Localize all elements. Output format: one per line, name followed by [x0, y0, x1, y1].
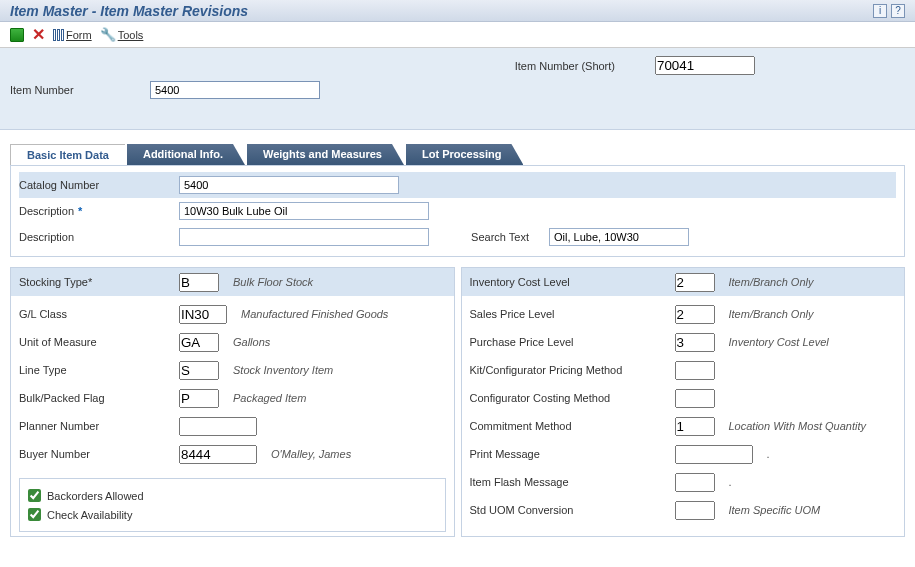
item-number-short-input[interactable]: [655, 56, 755, 75]
buyer-input[interactable]: [179, 445, 257, 464]
print-msg-input[interactable]: [675, 445, 753, 464]
line-type-row: Line Type Stock Inventory Item: [19, 356, 446, 384]
description2-input[interactable]: [179, 228, 429, 246]
tab-lot-processing[interactable]: Lot Processing: [406, 144, 523, 165]
std-uom-label: Std UOM Conversion: [470, 504, 675, 516]
tools-icon: 🔧: [100, 27, 116, 42]
flash-msg-input[interactable]: [675, 473, 715, 492]
check-availability-checkbox[interactable]: [28, 508, 41, 521]
backorders-label: Backorders Allowed: [47, 490, 144, 502]
bulk-packed-input[interactable]: [179, 389, 219, 408]
sales-price-input[interactable]: [675, 305, 715, 324]
planner-input[interactable]: [179, 417, 257, 436]
backorders-checkbox[interactable]: [28, 489, 41, 502]
backorders-checkbox-row[interactable]: Backorders Allowed: [28, 489, 437, 502]
info-icon[interactable]: i: [873, 4, 887, 18]
flash-msg-row: Item Flash Message .: [470, 468, 897, 496]
purch-price-desc: Inventory Cost Level: [729, 336, 829, 348]
line-type-label: Line Type: [19, 364, 179, 376]
catalog-number-input[interactable]: [179, 176, 399, 194]
std-uom-row: Std UOM Conversion Item Specific UOM: [470, 496, 897, 524]
cfg-cost-input[interactable]: [675, 389, 715, 408]
line-type-input[interactable]: [179, 361, 219, 380]
page-title: Item Master - Item Master Revisions: [10, 3, 248, 19]
commit-row: Commitment Method Location With Most Qua…: [470, 412, 897, 440]
cancel-button[interactable]: ✕: [32, 25, 45, 44]
form-icon: [53, 29, 64, 41]
cfg-cost-label: Configurator Costing Method: [470, 392, 675, 404]
description1-label: Description*: [19, 205, 179, 217]
title-bar: Item Master - Item Master Revisions i ?: [0, 0, 915, 22]
header-row-short: Item Number (Short): [10, 56, 905, 75]
help-icon[interactable]: ?: [891, 4, 905, 18]
inv-cost-level-desc: Item/Branch Only: [729, 276, 814, 288]
inv-cost-level-input[interactable]: [675, 273, 715, 292]
description1-row: Description*: [19, 198, 896, 224]
std-uom-input[interactable]: [675, 501, 715, 520]
tools-menu-label: Tools: [118, 29, 144, 41]
std-uom-desc: Item Specific UOM: [729, 504, 821, 516]
form-menu-label: Form: [66, 29, 92, 41]
tab-basic-item-data[interactable]: Basic Item Data: [10, 144, 125, 165]
toolbar: ✕ Form 🔧 Tools: [0, 22, 915, 48]
left-column: Stocking Type* Bulk Floor Stock G/L Clas…: [10, 267, 455, 537]
check-availability-label: Check Availability: [47, 509, 132, 521]
planner-row: Planner Number: [19, 412, 446, 440]
kit-pricing-row: Kit/Configurator Pricing Method: [470, 356, 897, 384]
print-msg-row: Print Message .: [470, 440, 897, 468]
gl-class-desc: Manufactured Finished Goods: [241, 308, 388, 320]
help-icons: i ?: [873, 4, 905, 18]
gl-class-input[interactable]: [179, 305, 227, 324]
right-column: Inventory Cost Level Item/Branch Only Sa…: [461, 267, 906, 537]
basic-panel: Catalog Number Description* Description …: [10, 165, 905, 257]
inv-cost-level-label: Inventory Cost Level: [470, 276, 675, 288]
check-availability-checkbox-row[interactable]: Check Availability: [28, 508, 437, 521]
uom-label: Unit of Measure: [19, 336, 179, 348]
commit-label: Commitment Method: [470, 420, 675, 432]
tab-additional-info[interactable]: Additional Info.: [127, 144, 245, 165]
gl-class-row: G/L Class Manufactured Finished Goods: [19, 300, 446, 328]
form-menu[interactable]: Form: [53, 29, 92, 41]
cfg-cost-row: Configurator Costing Method: [470, 384, 897, 412]
stocking-type-desc: Bulk Floor Stock: [233, 276, 313, 288]
catalog-row: Catalog Number: [19, 172, 896, 198]
buyer-desc: O'Malley, James: [271, 448, 351, 460]
details-grid: Stocking Type* Bulk Floor Stock G/L Clas…: [10, 267, 905, 537]
inv-cost-level-row: Inventory Cost Level Item/Branch Only: [462, 268, 905, 296]
commit-input[interactable]: [675, 417, 715, 436]
description1-input[interactable]: [179, 202, 429, 220]
stocking-type-input[interactable]: [179, 273, 219, 292]
bulk-packed-label: Bulk/Packed Flag: [19, 392, 179, 404]
purch-price-input[interactable]: [675, 333, 715, 352]
cancel-icon: ✕: [32, 25, 45, 44]
bulk-packed-row: Bulk/Packed Flag Packaged Item: [19, 384, 446, 412]
purch-price-row: Purchase Price Level Inventory Cost Leve…: [470, 328, 897, 356]
stocking-type-label: Stocking Type*: [19, 276, 179, 288]
kit-pricing-label: Kit/Configurator Pricing Method: [470, 364, 675, 376]
checkbox-section: Backorders Allowed Check Availability: [19, 478, 446, 532]
tools-menu[interactable]: 🔧 Tools: [100, 27, 144, 42]
item-number-input[interactable]: [150, 81, 320, 99]
item-number-label: Item Number: [10, 84, 150, 96]
purch-price-label: Purchase Price Level: [470, 336, 675, 348]
commit-desc: Location With Most Quantity: [729, 420, 866, 432]
planner-label: Planner Number: [19, 420, 179, 432]
tab-strip: Basic Item Data Additional Info. Weights…: [0, 130, 915, 165]
sales-price-label: Sales Price Level: [470, 308, 675, 320]
item-number-short-label: Item Number (Short): [515, 60, 615, 72]
header-row-item-number: Item Number: [10, 81, 905, 99]
tab-weights-measures[interactable]: Weights and Measures: [247, 144, 404, 165]
search-text-label: Search Text: [429, 231, 529, 243]
save-button[interactable]: [10, 28, 24, 42]
kit-pricing-input[interactable]: [675, 361, 715, 380]
uom-row: Unit of Measure Gallons: [19, 328, 446, 356]
search-text-input[interactable]: [549, 228, 689, 246]
print-msg-label: Print Message: [470, 448, 675, 460]
sales-price-desc: Item/Branch Only: [729, 308, 814, 320]
line-type-desc: Stock Inventory Item: [233, 364, 333, 376]
description2-row: Description Search Text: [19, 224, 896, 250]
flash-msg-desc: .: [729, 476, 732, 488]
buyer-label: Buyer Number: [19, 448, 179, 460]
uom-input[interactable]: [179, 333, 219, 352]
description2-label: Description: [19, 231, 179, 243]
